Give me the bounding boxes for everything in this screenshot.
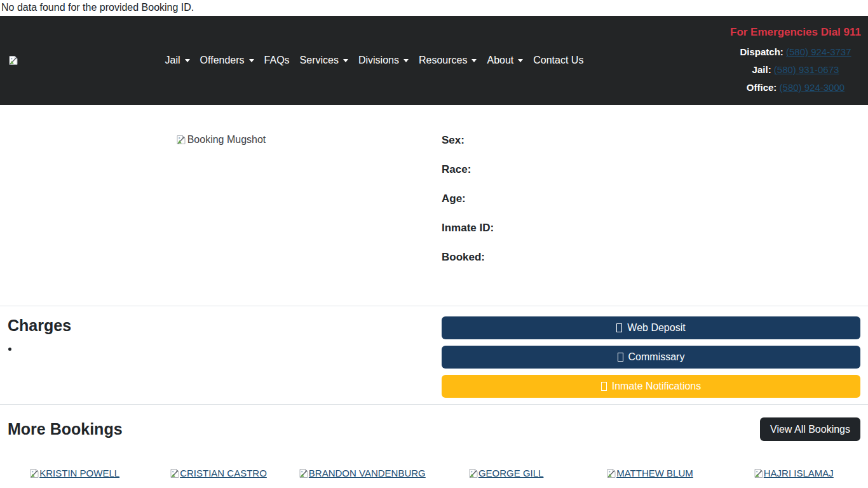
office-phone-link[interactable]: (580) 924-3000 [780,82,845,93]
booking-link-label: HAJRI ISLAMAJ [764,468,834,478]
nav-item-label: FAQs [264,55,290,65]
field-sex: Sex: [442,134,860,146]
nav-item-about[interactable]: About [482,55,528,66]
mugshot-broken-image: Booking Mugshot [176,134,266,146]
booking-card: HAJRI ISLAMAJ HAJRI ISLAMAJ [722,468,865,488]
charges-column: Charges [8,316,434,404]
missing-glyph-icon [601,382,607,391]
booking-link-label: BRANDON VANDENBURG [309,468,426,478]
office-line: Office: (580) 924-3000 [730,79,861,97]
nav-item-label: Offenders [200,55,245,65]
booking-link-label: GEORGE GILL [478,468,544,478]
booking-card: CRISTIAN CASTRO CRISTIAN CASTRO [146,468,290,488]
field-inmate-id: Inmate ID: [442,222,860,234]
booking-card: GEORGE GILL GEORGE GILL [434,468,578,488]
broken-image-icon [170,468,180,478]
nav-item-divisions[interactable]: Divisions [353,55,414,66]
dispatch-line: Dispatch: (580) 924-3737 [730,43,861,61]
booking-card: MATTHEW BLUM MATTHEW BLUM [578,468,721,488]
chevron-down-icon [403,59,409,62]
broken-image-icon [29,468,39,478]
broken-image-icon [468,468,478,478]
inmate-notifications-button[interactable]: Inmate Notifications [442,375,860,398]
status-message: No data found for the provided Booking I… [0,0,868,16]
main-nav: Jail Offenders FAQs Services Divisions R… [18,55,730,66]
more-bookings-list: KRISTIN POWELL KRISTIN POWELL CRISTIAN C… [0,468,868,488]
commissary-label: Commissary [628,351,685,362]
contact-block: For Emergencies Dial 911 Dispatch: (580)… [730,24,861,97]
jail-line: Jail: (580) 931-0673 [730,61,861,79]
booking-fields: Sex: Race: Age: Inmate ID: Booked: [434,134,860,280]
booking-link[interactable]: GEORGE GILL [468,468,544,478]
field-age: Age: [442,193,860,205]
jail-label: Jail: [752,64,771,75]
booking-link-label: CRISTIAN CASTRO [180,468,267,478]
booking-link[interactable]: MATTHEW BLUM [606,468,693,478]
booking-link[interactable]: HAJRI ISLAMAJ [754,468,834,478]
booking-link[interactable]: BRANDON VANDENBURG [299,468,426,478]
nav-item-label: Services [300,55,339,65]
dispatch-label: Dispatch: [740,46,783,57]
chevron-down-icon [343,59,348,62]
field-race: Race: [442,163,860,175]
booking-detail-section: Booking Mugshot Sex: Race: Age: Inmate I… [0,105,868,280]
broken-image-icon [299,468,309,478]
more-bookings-header: More Bookings View All Bookings [0,405,868,441]
booking-link-label: KRISTIN POWELL [39,468,119,478]
more-bookings-title: More Bookings [8,420,123,438]
booking-page: No data found for the provided Booking I… [0,0,868,488]
chevron-down-icon [518,59,523,62]
actions-column: Web Deposit Commissary Inmate Notificati… [434,316,860,404]
nav-item-label: Divisions [358,55,399,65]
jail-phone-link[interactable]: (580) 931-0673 [774,64,839,75]
main-content: Booking Mugshot Sex: Race: Age: Inmate I… [0,105,868,488]
nav-item-services[interactable]: Services [295,55,353,66]
nav-item-label: Contact Us [533,55,583,65]
charge-item [18,343,434,354]
mugshot-column: Booking Mugshot [8,134,434,280]
nav-item-jail[interactable]: Jail [160,55,195,66]
booking-link[interactable]: CRISTIAN CASTRO [170,468,267,478]
nav-item-faqs[interactable]: FAQs [259,55,295,66]
broken-image-icon [754,468,764,478]
dispatch-phone-link[interactable]: (580) 924-3737 [786,46,851,57]
view-all-bookings-button[interactable]: View All Bookings [760,417,860,441]
missing-glyph-icon [616,323,622,332]
broken-image-icon [606,468,616,478]
broken-image-icon [176,135,186,145]
nav-item-label: Resources [419,55,467,65]
nav-item-label: About [487,55,513,65]
web-deposit-button[interactable]: Web Deposit [442,316,860,339]
chevron-down-icon [185,59,190,62]
logo-broken-image-icon[interactable] [8,55,18,65]
mugshot-alt-text: Booking Mugshot [187,134,266,146]
nav-item-contact-us[interactable]: Contact Us [528,55,588,66]
field-booked: Booked: [442,251,860,263]
booking-card: BRANDON VANDENBURG BRANDON VANDENBURG [290,468,434,488]
office-label: Office: [747,82,777,93]
booking-link[interactable]: KRISTIN POWELL [29,468,119,478]
nav-item-label: Jail [165,55,180,65]
charges-section: Charges Web Deposit Commissary Inmate No… [0,306,868,404]
nav-item-offenders[interactable]: Offenders [195,55,259,66]
emergency-text: For Emergencies Dial 911 [730,25,861,39]
web-deposit-label: Web Deposit [627,322,685,333]
booking-card: KRISTIN POWELL KRISTIN POWELL [3,468,146,488]
commissary-button[interactable]: Commissary [442,346,860,369]
missing-glyph-icon [618,353,623,362]
chevron-down-icon [471,59,477,62]
chevron-down-icon [249,59,254,62]
booking-link-label: MATTHEW BLUM [616,468,693,478]
nav-item-resources[interactable]: Resources [414,55,482,66]
charges-list [8,343,434,354]
charges-title: Charges [8,316,434,335]
navbar: Jail Offenders FAQs Services Divisions R… [0,16,868,105]
inmate-notifications-label: Inmate Notifications [612,381,702,391]
